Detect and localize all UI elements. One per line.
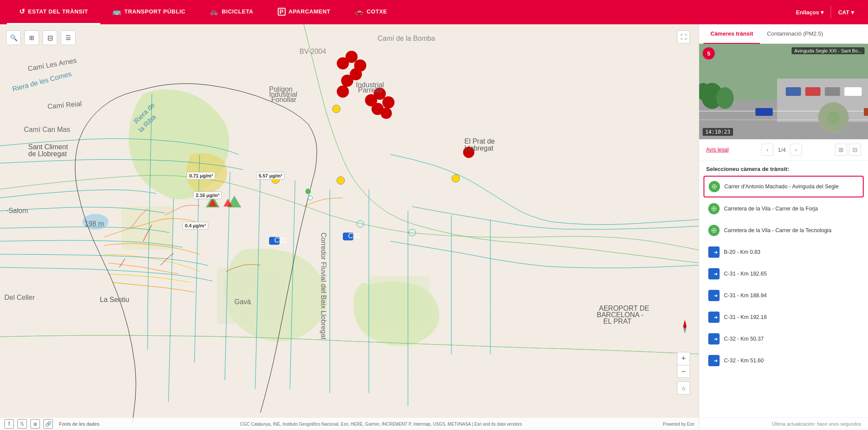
zoom-in-button[interactable]: + <box>677 352 690 365</box>
transport-public-label: TRANSPORT PÚBLIC <box>125 8 186 15</box>
list-view-button[interactable]: ⊞ <box>835 144 847 156</box>
svg-marker-59 <box>683 320 687 328</box>
home-button[interactable]: ⌂ <box>677 381 690 394</box>
link-icon-button[interactable]: 🔗 <box>43 419 53 429</box>
links-label: Enllaços <box>796 9 819 16</box>
lang-chevron-icon: ▾ <box>851 9 854 16</box>
layers-icon: ⊞ <box>29 34 34 41</box>
svg-text:➔: ➔ <box>714 293 718 298</box>
map-canvas: C31 C32 Sant Climent de Llobregat El Pra… <box>0 24 699 430</box>
svg-text:Corredor Fluvial del Baix Llob: Corredor Fluvial del Baix Llobregat <box>320 233 327 340</box>
camera-select-label: Seleccioneu càmera de trànsit: <box>706 166 789 172</box>
svg-text:➔: ➔ <box>714 250 718 255</box>
svg-point-10 <box>337 85 349 98</box>
svg-text:El Prat de: El Prat de <box>464 138 495 145</box>
svg-point-67 <box>717 87 734 109</box>
svg-point-9 <box>341 75 353 87</box>
tab-contamination[interactable]: Contaminació (PM2.5) <box>760 24 830 44</box>
camera-list-item[interactable]: ➔ C-32 - Km 50.37 <box>704 328 864 349</box>
qr-icon-button[interactable]: ⊞ <box>30 419 40 429</box>
nav-lang[interactable]: CAT ▾ <box>831 9 861 16</box>
svg-text:➔: ➔ <box>714 272 718 276</box>
camera-logo: 5 <box>703 47 715 59</box>
svg-text:Gavà: Gavà <box>234 298 251 305</box>
svg-text:C31: C31 <box>348 232 361 240</box>
svg-point-20 <box>337 177 345 184</box>
tab-cameras[interactable]: Càmeres trànsit <box>704 24 760 44</box>
layers-tool-button[interactable]: ⊞ <box>24 30 39 45</box>
cotxe-icon: 🚗 <box>355 7 364 16</box>
page-navigation: ‹ 1/4 › <box>761 144 802 156</box>
transport-public-icon: 🚌 <box>112 7 122 16</box>
nav-item-transport-public[interactable]: 🚌 TRANSPORT PÚBLIC <box>100 0 197 24</box>
map-credits: CGC Catalunya, INE, Instituto Geográfico… <box>240 422 522 427</box>
camera-name: C-31 - Km 192.18 <box>724 314 767 320</box>
svg-text:Sant Climent: Sant Climent <box>28 143 68 151</box>
svg-point-22 <box>308 196 312 200</box>
search-tool-button[interactable]: 🔍 <box>6 30 21 45</box>
svg-text:➔: ➔ <box>714 315 718 320</box>
main-layout: C31 C32 Sant Climent de Llobregat El Pra… <box>0 24 868 430</box>
highway-icon: ➔ <box>708 268 720 279</box>
twitter-icon-button[interactable]: 𝕏 <box>17 419 27 429</box>
aparcament-label: APARCAMENT <box>289 8 330 15</box>
svg-rect-70 <box>806 87 821 96</box>
svg-text:La Sentiu: La Sentiu <box>100 296 129 303</box>
status-text: Última actualización: hace unos segundos <box>772 421 861 427</box>
camera-list-item[interactable]: Carretera de la Vila - Carrer de la Tecn… <box>704 220 864 241</box>
svg-point-6 <box>345 51 358 63</box>
facebook-icon-button[interactable]: f <box>4 419 14 429</box>
fonts-label: Fonts de les dades <box>59 421 99 427</box>
highway-icon: ➔ <box>708 246 720 258</box>
nav-item-aparcament[interactable]: P APARCAMENT <box>266 0 342 24</box>
svg-text:BV-2004: BV-2004 <box>299 48 326 55</box>
nav-item-estat-transit[interactable]: ↺ ESTAT DEL TRÀNSIT <box>7 0 100 24</box>
svg-rect-69 <box>786 87 801 96</box>
estat-transit-icon: ↺ <box>19 7 25 16</box>
camera-list-item[interactable]: Carretera de la Vila - Carrer de la Forj… <box>704 198 864 219</box>
pm-label-4: 0.4 μg/m³ <box>182 222 208 230</box>
camera-list-item[interactable]: Carrer d'Antonio Machado - Avinguda del … <box>704 176 864 197</box>
cotxe-label: COTXE <box>367 8 387 15</box>
camera-name: C-31 - Km 188.94 <box>724 292 767 299</box>
camera-list-item[interactable]: ➔ B-20 - Km 0.83 <box>704 242 864 263</box>
grid-view-button[interactable]: ⊟ <box>849 144 861 156</box>
camera-name: B-20 - Km 0.83 <box>724 249 760 255</box>
camera-name: C-31 - Km 182.65 <box>724 271 767 277</box>
page-indicator: 1/4 <box>778 147 786 153</box>
view-toggle: ⊞ ⊟ <box>835 144 861 156</box>
expand-button[interactable]: ⛶ <box>677 30 690 43</box>
legal-link[interactable]: Avís legal <box>706 147 729 153</box>
camera-list[interactable]: Carrer d'Antonio Machado - Avinguda del … <box>699 176 868 417</box>
camera-name: Carretera de la Vila - Carrer de la Tecn… <box>724 227 832 233</box>
panel-tabs: Càmeres trànsit Contaminació (PM2.5) <box>699 24 868 44</box>
legend-tool-button[interactable]: ☰ <box>61 30 76 45</box>
svg-text:EL PRAT: EL PRAT <box>603 318 631 325</box>
camera-preview: 5 Avinguda Segle XXI - Sant Bo... 14:10:… <box>699 44 868 139</box>
svg-rect-4 <box>369 276 430 324</box>
prev-page-button[interactable]: ‹ <box>761 144 773 156</box>
zoom-out-button[interactable]: − <box>677 365 690 378</box>
svg-rect-72 <box>845 87 862 96</box>
camera-name: Carrer d'Antonio Machado - Avinguda del … <box>724 184 838 190</box>
map-bottom-bar: f 𝕏 ⊞ 🔗 Fonts de les dades CGC Catalunya… <box>0 418 699 430</box>
nav-item-cotxe[interactable]: 🚗 COTXE <box>342 0 399 24</box>
grid-tool-button[interactable]: ⊟ <box>43 30 57 45</box>
svg-rect-75 <box>756 108 773 116</box>
map-area[interactable]: C31 C32 Sant Climent de Llobregat El Pra… <box>0 24 699 430</box>
highway-icon: ➔ <box>708 333 720 345</box>
svg-point-19 <box>452 174 460 182</box>
search-icon: 🔍 <box>10 34 17 41</box>
svg-text:Camí de la Bomba: Camí de la Bomba <box>378 35 435 42</box>
right-panel: › Càmeres trànsit Contaminació (PM2.5) <box>699 24 868 430</box>
highway-icon: ➔ <box>708 355 720 366</box>
nav-links[interactable]: Enllaços ▾ <box>789 9 831 16</box>
camera-list-item[interactable]: ➔ C-31 - Km 182.65 <box>704 263 864 284</box>
camera-list-item[interactable]: ➔ C-32 - Km 51.60 <box>704 350 864 371</box>
nav-item-bicicleta[interactable]: 🚲 BICICLETA <box>197 0 265 24</box>
next-page-button[interactable]: › <box>790 144 802 156</box>
camera-list-item[interactable]: ➔ C-31 - Km 188.94 <box>704 285 864 306</box>
pm-label-2: 5.57 μg/m³ <box>256 172 285 180</box>
svg-text:Camí Can Mas: Camí Can Mas <box>24 126 70 133</box>
camera-list-item[interactable]: ➔ C-31 - Km 192.18 <box>704 307 864 328</box>
